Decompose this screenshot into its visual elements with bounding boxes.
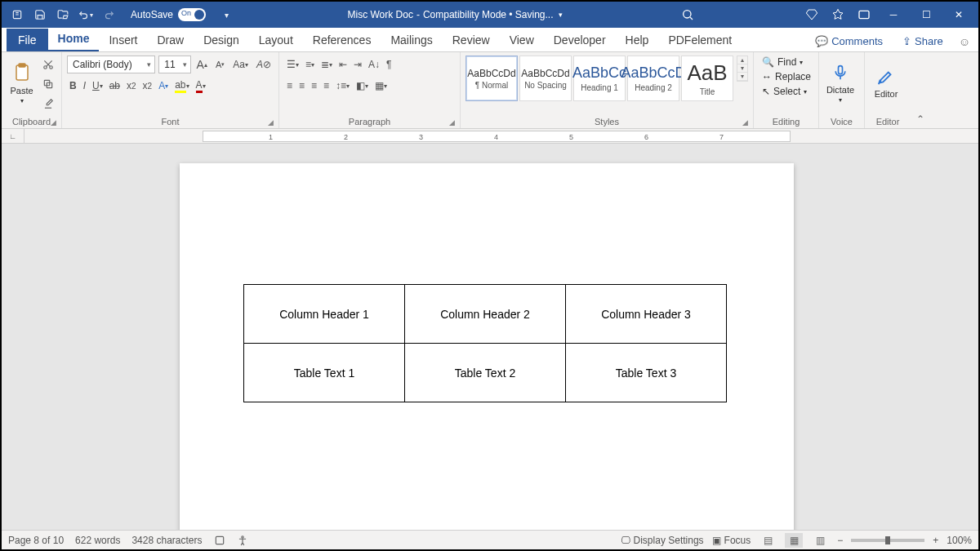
style-gallery-scroll[interactable]: ▴▾▾: [737, 56, 748, 82]
coming-soon-icon[interactable]: [825, 2, 851, 28]
zoom-level[interactable]: 100%: [947, 535, 972, 546]
tab-review[interactable]: Review: [443, 29, 500, 51]
find-button[interactable]: 🔍 Find ▾: [759, 56, 814, 69]
clear-formatting-icon[interactable]: A⊘: [254, 56, 274, 73]
tab-pdfelement[interactable]: PDFelement: [658, 29, 742, 51]
tab-layout[interactable]: Layout: [249, 29, 303, 51]
subscript-button[interactable]: x2: [124, 77, 139, 95]
comments-button[interactable]: 💬 Comments: [808, 31, 890, 51]
grow-font-icon[interactable]: A▴: [194, 56, 210, 73]
folder-icon[interactable]: [54, 6, 72, 24]
table-cell[interactable]: Column Header 3: [566, 285, 727, 344]
line-spacing-icon[interactable]: ↕≡▾: [333, 77, 352, 95]
align-center-icon[interactable]: ≡: [296, 77, 307, 95]
share-button[interactable]: ⇪ Share: [895, 31, 951, 51]
strikethrough-button[interactable]: ab: [107, 77, 122, 95]
table-cell[interactable]: Table Text 2: [405, 344, 566, 402]
increase-indent-icon[interactable]: ⇥: [351, 56, 364, 73]
collapse-ribbon-icon[interactable]: ⌃: [916, 113, 924, 125]
bold-button[interactable]: B: [67, 77, 79, 95]
tab-mailings[interactable]: Mailings: [381, 29, 442, 51]
maximize-button[interactable]: ☐: [910, 2, 942, 28]
font-color-icon[interactable]: A▾: [194, 77, 208, 95]
justify-icon[interactable]: ≡: [321, 77, 332, 95]
style-item[interactable]: AaBbCcDHeading 2: [627, 56, 679, 101]
print-layout-icon[interactable]: ▦: [785, 533, 803, 548]
close-button[interactable]: ✕: [942, 2, 975, 28]
show-marks-icon[interactable]: ¶: [384, 56, 394, 73]
paragraph-dialog-icon[interactable]: ◢: [449, 118, 455, 127]
char-count[interactable]: 3428 characters: [131, 535, 202, 546]
tab-selector-icon[interactable]: ∟: [2, 129, 24, 143]
tab-insert[interactable]: Insert: [99, 29, 147, 51]
styles-dialog-icon[interactable]: ◢: [742, 118, 748, 127]
save-icon[interactable]: [31, 6, 49, 24]
shrink-font-icon[interactable]: A▾: [213, 56, 227, 73]
decrease-indent-icon[interactable]: ⇤: [336, 56, 350, 73]
tab-design[interactable]: Design: [194, 29, 249, 51]
paste-button[interactable]: Paste ▾: [7, 56, 37, 109]
tab-home[interactable]: Home: [48, 27, 100, 51]
table-cell[interactable]: Table Text 1: [244, 344, 405, 402]
select-button[interactable]: ↖ Select ▾: [759, 85, 814, 98]
web-layout-icon[interactable]: ▥: [811, 533, 829, 548]
style-item[interactable]: AaBTitle: [681, 56, 733, 101]
search-icon[interactable]: [675, 2, 701, 28]
align-right-icon[interactable]: ≡: [309, 77, 319, 95]
font-size-select[interactable]: 11: [158, 56, 190, 73]
font-dialog-icon[interactable]: ◢: [268, 118, 274, 127]
zoom-slider[interactable]: [851, 539, 924, 542]
copy-icon[interactable]: [40, 75, 56, 93]
table-cell[interactable]: Column Header 1: [244, 285, 405, 344]
table-cell[interactable]: Column Header 2: [405, 285, 566, 344]
change-case-icon[interactable]: Aa▾: [230, 56, 251, 73]
tab-view[interactable]: View: [500, 29, 544, 51]
dictate-button[interactable]: Dictate▾: [824, 56, 857, 109]
superscript-button[interactable]: x2: [140, 77, 155, 95]
align-left-icon[interactable]: ≡: [284, 77, 295, 95]
zoom-in-button[interactable]: +: [933, 535, 938, 546]
read-mode-icon[interactable]: ▤: [759, 533, 777, 548]
font-name-select[interactable]: Calibri (Body): [67, 56, 155, 73]
italic-button[interactable]: I: [81, 77, 88, 95]
customize-qat-icon[interactable]: ▾: [217, 6, 235, 24]
ribbon-display-icon[interactable]: [851, 2, 877, 28]
multilevel-icon[interactable]: ≣▾: [318, 56, 335, 73]
borders-icon[interactable]: ▦▾: [372, 77, 390, 95]
clipboard-dialog-icon[interactable]: ◢: [51, 118, 56, 127]
shading-icon[interactable]: ◧▾: [354, 77, 371, 95]
spellcheck-icon[interactable]: [214, 535, 225, 546]
table-cell[interactable]: Table Text 3: [566, 344, 727, 402]
highlight-icon[interactable]: ab▾: [172, 77, 191, 95]
redo-icon[interactable]: [100, 6, 118, 24]
tab-references[interactable]: References: [303, 29, 381, 51]
tab-help[interactable]: Help: [616, 29, 659, 51]
document-table[interactable]: Column Header 1 Column Header 2 Column H…: [243, 284, 727, 402]
accessibility-icon[interactable]: [237, 535, 248, 546]
cut-icon[interactable]: [40, 56, 56, 73]
display-settings-button[interactable]: 🖵 Display Settings: [621, 535, 704, 546]
autosave-toggle[interactable]: AutoSave On: [131, 8, 206, 21]
page-count[interactable]: Page 8 of 10: [8, 535, 64, 546]
minimize-button[interactable]: ─: [877, 2, 910, 28]
style-item[interactable]: AaBbCcHeading 1: [573, 56, 626, 101]
replace-button[interactable]: ↔ Replace: [759, 70, 814, 83]
style-item[interactable]: AaBbCcDd¶ Normal: [466, 56, 518, 101]
numbering-icon[interactable]: ≡▾: [303, 56, 317, 73]
diamond-icon[interactable]: [799, 2, 825, 28]
zoom-out-button[interactable]: −: [837, 535, 843, 546]
text-effects-icon[interactable]: A▾: [156, 77, 171, 95]
account-icon[interactable]: ☺: [956, 32, 973, 51]
word-count[interactable]: 622 words: [75, 535, 120, 546]
focus-button[interactable]: ▣ Focus: [712, 535, 751, 546]
tab-file[interactable]: File: [7, 29, 48, 51]
bullets-icon[interactable]: ☰▾: [284, 56, 301, 73]
tab-draw[interactable]: Draw: [147, 29, 194, 51]
sort-icon[interactable]: A↓: [366, 56, 382, 73]
format-painter-icon[interactable]: [40, 95, 56, 113]
undo-icon[interactable]: ▾: [77, 6, 95, 24]
document-area[interactable]: Column Header 1 Column Header 2 Column H…: [2, 144, 978, 530]
style-item[interactable]: AaBbCcDdNo Spacing: [519, 56, 572, 101]
go-back-icon[interactable]: [8, 6, 26, 24]
underline-button[interactable]: U▾: [90, 77, 105, 95]
